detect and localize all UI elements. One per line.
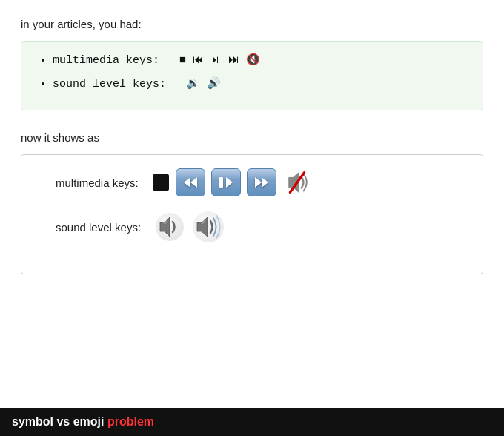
sound-row: sound level keys: [56, 210, 465, 244]
sound-label: sound level keys: [56, 222, 141, 233]
fastforward-button[interactable] [247, 168, 276, 196]
svg-marker-1 [190, 177, 197, 188]
svg-marker-4 [255, 177, 262, 188]
play-pause-icon [218, 176, 234, 189]
svg-marker-3 [226, 177, 233, 188]
rewind-icon [182, 176, 199, 189]
fastforward-icon [253, 176, 270, 189]
muted-speaker-icon [283, 168, 311, 196]
footer-normal-text: symbol vs emoji [12, 415, 107, 428]
green-multimedia-label: multimedia keys: [53, 54, 173, 67]
svg-marker-0 [184, 177, 190, 188]
stop-square-icon [153, 174, 169, 191]
intro-text: in your articles, you had: [21, 18, 483, 30]
speaker-low-icon [154, 211, 185, 242]
footer-bar: symbol vs emoji problem [0, 408, 504, 436]
speaker-high-icon [191, 210, 225, 244]
footer-highlight-text: problem [107, 415, 154, 428]
multimedia-label: multimedia keys: [56, 177, 139, 188]
main-content: in your articles, you had: multimedia ke… [0, 0, 504, 408]
green-sound-item: sound level keys: 🔉 🔊 [53, 76, 468, 93]
now-text: now it shows as [21, 131, 483, 144]
green-box: multimedia keys: ■ ⏮ ⏯ ⏭ 🔇 sound level k… [21, 41, 483, 110]
footer-text: symbol vs emoji problem [12, 415, 154, 429]
green-multimedia-symbols: ■ ⏮ ⏯ ⏭ 🔇 [179, 54, 260, 67]
white-box: multimedia keys: [21, 154, 483, 274]
svg-marker-5 [262, 177, 268, 188]
svg-rect-2 [219, 177, 223, 188]
play-pause-button[interactable] [211, 168, 241, 196]
multimedia-row: multimedia keys: [56, 168, 465, 196]
green-sound-symbols: 🔉 🔊 [186, 78, 221, 90]
green-sound-label: sound level keys: [53, 78, 179, 90]
rewind-button[interactable] [176, 168, 205, 196]
green-multimedia-item: multimedia keys: ■ ⏮ ⏯ ⏭ 🔇 [53, 52, 468, 70]
